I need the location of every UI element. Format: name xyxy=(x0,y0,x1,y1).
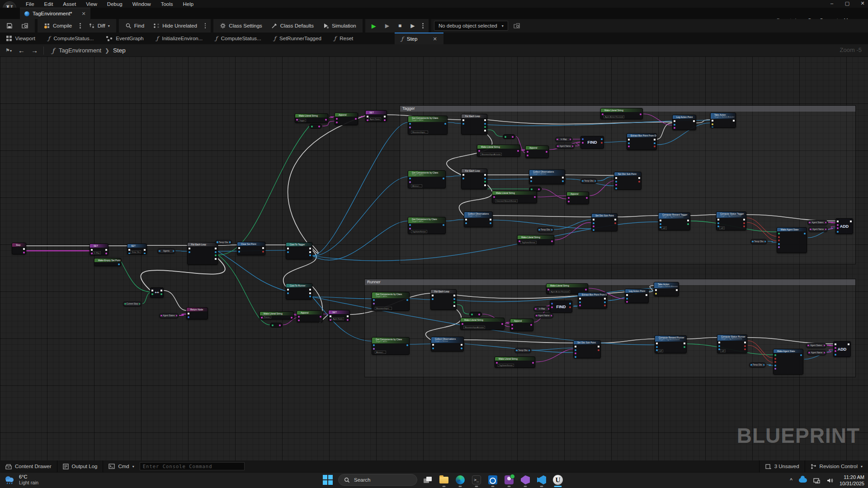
data-pin[interactable] xyxy=(462,178,464,179)
data-pin[interactable] xyxy=(355,118,357,120)
tab-initializeenviron-[interactable]: ƒInitializeEnviron... xyxy=(150,33,209,44)
menu-help[interactable]: Help xyxy=(179,1,198,7)
data-pin[interactable] xyxy=(144,253,146,254)
outlook-icon[interactable] xyxy=(487,474,499,486)
asset-tab[interactable]: TagEnvironment* ✕ xyxy=(20,8,90,19)
close-button[interactable]: ✕ xyxy=(860,0,865,6)
data-pin[interactable] xyxy=(320,316,321,318)
node-get-components-by-class[interactable]: Get Components by ClassTarget is ActorMo… xyxy=(372,292,410,311)
node-get-components-by-class[interactable]: Get Components by ClassTarget is ActorAb… xyxy=(408,170,446,188)
tab-eventgraph[interactable]: EventGraph xyxy=(100,33,150,44)
exec-pin[interactable] xyxy=(462,119,464,121)
data-pin[interactable] xyxy=(551,306,553,308)
data-pin[interactable] xyxy=(309,254,311,256)
data-pin[interactable] xyxy=(189,251,190,253)
exec-pin[interactable] xyxy=(693,120,695,122)
hide-unrelated-button[interactable]: Hide Unrelated xyxy=(150,19,201,33)
data-pin[interactable] xyxy=(91,253,93,254)
data-pin[interactable] xyxy=(443,178,444,179)
exec-pin[interactable] xyxy=(384,116,386,117)
exec-pin[interactable] xyxy=(461,344,462,346)
data-pin[interactable] xyxy=(443,224,444,226)
data-pin[interactable] xyxy=(778,243,780,245)
simulation-button[interactable]: Simulation xyxy=(319,19,360,33)
node-make-literal-string[interactable]: Make Literal StringRunner xyxy=(259,311,294,319)
hide-unrelated-options-button[interactable] xyxy=(203,23,208,28)
node-get-components-by-class[interactable]: Get Components by ClassTarget is ActorMo… xyxy=(408,116,448,135)
data-pin[interactable] xyxy=(601,142,603,144)
data-pin[interactable] xyxy=(298,316,300,318)
data-pin[interactable] xyxy=(837,231,839,233)
visual-studio-icon[interactable] xyxy=(519,474,531,486)
data-pin[interactable] xyxy=(501,323,503,325)
data-pin[interactable] xyxy=(628,142,630,144)
exec-pin[interactable] xyxy=(687,220,689,221)
data-pin[interactable] xyxy=(484,178,486,179)
data-pin[interactable] xyxy=(262,251,264,253)
data-pin[interactable] xyxy=(188,316,189,318)
menu-edit[interactable]: Edit xyxy=(40,1,57,7)
play-button[interactable]: ▶ xyxy=(368,19,380,33)
data-pin[interactable] xyxy=(409,127,411,128)
tray-expand-icon[interactable]: ^ xyxy=(790,477,793,483)
conversion-node[interactable] xyxy=(469,312,482,317)
data-pin[interactable] xyxy=(23,252,25,253)
data-pin[interactable] xyxy=(774,361,776,363)
data-pin[interactable] xyxy=(261,317,263,319)
node-agent-states[interactable]: Agent States xyxy=(807,220,828,225)
node-append[interactable]: Append xyxy=(525,145,549,158)
step-over-button[interactable]: ▶ xyxy=(382,19,393,33)
node-cast-to-tagger[interactable]: Cast To Tagger xyxy=(286,242,312,259)
exec-pin[interactable] xyxy=(309,289,311,291)
tab-computestatus-[interactable]: ƒComputeStatus... xyxy=(209,33,267,44)
exec-pin[interactable] xyxy=(432,344,434,346)
data-pin[interactable] xyxy=(582,138,584,140)
data-pin[interactable] xyxy=(774,358,776,360)
node-current-step[interactable]: Current Step xyxy=(123,301,142,306)
exec-pin[interactable] xyxy=(676,289,678,291)
node-cast-to-runner[interactable]: Cast To Runner xyxy=(286,283,312,300)
vscode-icon[interactable] xyxy=(536,474,547,486)
data-pin[interactable] xyxy=(409,224,411,226)
data-pin[interactable] xyxy=(717,225,719,227)
data-pin[interactable] xyxy=(496,362,498,364)
data-pin[interactable] xyxy=(656,346,658,348)
exec-pin[interactable] xyxy=(684,343,685,344)
breadcrumb-root[interactable]: TagEnvironment xyxy=(59,47,101,54)
blueprint-graph-canvas[interactable]: TaggerRunnerStepSETIn MapMake Empty Set … xyxy=(0,56,868,460)
data-pin[interactable] xyxy=(367,119,368,121)
exec-pin[interactable] xyxy=(850,221,852,222)
tab-close-icon[interactable]: ✕ xyxy=(433,36,437,42)
node-get-component-by-class[interactable]: Get Component by ClassTarget is ActorTag… xyxy=(408,217,446,234)
exec-pin[interactable] xyxy=(638,177,640,179)
data-pin[interactable] xyxy=(674,127,675,129)
node-make-literal-string[interactable]: Make Literal StringMovementInputActuator xyxy=(477,145,520,157)
data-pin[interactable] xyxy=(547,289,549,291)
data-pin[interactable] xyxy=(336,118,338,120)
data-pin[interactable] xyxy=(569,303,571,305)
data-pin[interactable] xyxy=(593,222,594,224)
node-make-agent-state[interactable]: Make Agent State xyxy=(773,349,803,375)
exec-pin[interactable] xyxy=(646,294,647,296)
node-make-literal-string[interactable]: Make Literal StringTagGameSensor xyxy=(495,357,535,368)
exec-pin[interactable] xyxy=(215,248,217,249)
node-take-action[interactable]: Take ActionTarget is Schola Actuator xyxy=(710,113,736,128)
data-pin[interactable] xyxy=(654,142,656,144)
node-collect-observations[interactable]: Collect ObservationsTarget is Sensor xyxy=(431,337,464,352)
node-add[interactable]: ADD xyxy=(835,218,853,234)
data-pin[interactable] xyxy=(432,347,434,349)
data-pin[interactable] xyxy=(601,138,603,140)
clock-widget[interactable]: 11:20 AM 10/31/2025 xyxy=(840,474,864,487)
node-set[interactable]: SETTemp Obs xyxy=(127,244,147,254)
exec-pin[interactable] xyxy=(23,248,25,250)
minimize-button[interactable]: – xyxy=(829,0,835,6)
node-set-dict-sub-point[interactable]: Set Dict Sub Point xyxy=(614,172,642,190)
exec-pin[interactable] xyxy=(453,305,455,307)
exec-pin[interactable] xyxy=(215,258,217,260)
exec-pin[interactable] xyxy=(484,174,486,176)
exec-pin[interactable] xyxy=(654,139,656,141)
node-make-literal-string[interactable]: Make Literal StringAgent Action Received xyxy=(600,108,643,119)
data-pin[interactable] xyxy=(373,303,375,305)
data-pin[interactable] xyxy=(215,254,217,256)
exec-pin[interactable] xyxy=(562,177,564,178)
